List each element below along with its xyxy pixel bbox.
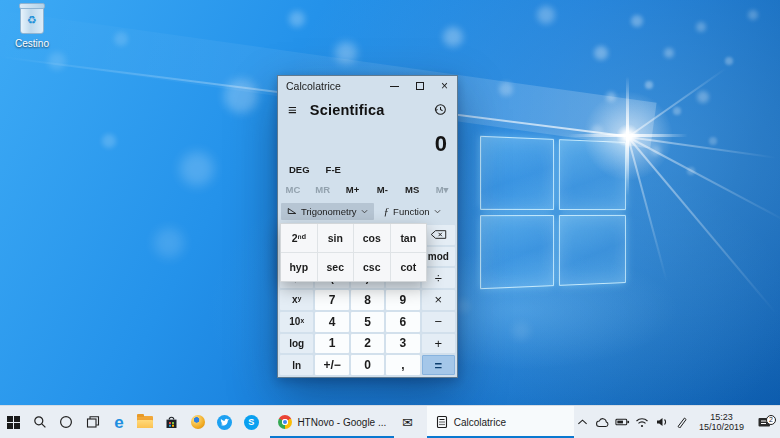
power-button[interactable]: [614, 417, 631, 427]
window-title: Calcolatrice: [286, 80, 382, 92]
volume-button[interactable]: [654, 416, 671, 428]
calculator-window: Calcolatrice × ≡ Scientifica 0 DEG F-E M…: [277, 75, 458, 378]
skype-icon: S: [244, 415, 259, 430]
ln-key[interactable]: ln: [280, 355, 313, 375]
ten-power-x-key[interactable]: 10ˣ: [280, 312, 313, 332]
taskbar-window-calculator[interactable]: Calcolatrice: [427, 406, 574, 438]
trigonometry-dropdown[interactable]: Trigonometry: [281, 203, 374, 220]
recycle-symbol-icon: ♻: [27, 15, 37, 26]
chevron-down-icon: [434, 209, 441, 214]
network-button[interactable]: [634, 417, 651, 428]
lens-flare: [583, 91, 673, 181]
microsoft-store-icon: [164, 415, 179, 430]
sec-key[interactable]: sec: [318, 253, 354, 281]
calculator-icon: [435, 415, 449, 429]
memory-recall-button: MR: [308, 184, 338, 195]
sin-key[interactable]: sin: [318, 224, 354, 252]
pinned-app-button[interactable]: [185, 406, 211, 438]
cot-key[interactable]: cot: [391, 253, 427, 281]
digit-5-key[interactable]: 5: [351, 312, 384, 332]
memory-clear-button: MC: [278, 184, 308, 195]
pen-icon: [676, 416, 688, 428]
file-explorer-button[interactable]: [132, 406, 158, 438]
recycle-bin-icon: ♻: [20, 6, 44, 34]
windows-logo-pane: [558, 215, 625, 286]
mail-button[interactable]: ✉: [394, 406, 420, 438]
windows-ink-button[interactable]: [674, 416, 691, 428]
cortana-icon: [59, 415, 73, 429]
angle-row: DEG F-E: [278, 159, 457, 179]
recycle-bin-shortcut[interactable]: ♻ Cestino: [6, 6, 58, 49]
edge-button[interactable]: e: [106, 406, 132, 438]
windows-logo-pane: [480, 136, 554, 210]
speaker-icon: [656, 416, 669, 428]
clock-time: 15:23: [699, 412, 744, 423]
triangle-icon: [287, 207, 297, 215]
calculator-header: ≡ Scientifica: [278, 96, 457, 123]
task-view-button[interactable]: [79, 406, 105, 438]
equals-key[interactable]: =: [422, 355, 455, 375]
taskbar-clock[interactable]: 15:23 15/10/2019: [694, 412, 749, 433]
search-button[interactable]: [26, 406, 52, 438]
function-dropdown[interactable]: ƒ Function: [378, 202, 447, 220]
wifi-icon: [635, 417, 649, 428]
memory-store-button[interactable]: MS: [397, 184, 427, 195]
tan-key[interactable]: tan: [391, 224, 427, 252]
digit-1-key[interactable]: 1: [315, 334, 348, 354]
log-key[interactable]: log: [280, 334, 313, 354]
subtract-key[interactable]: −: [422, 312, 455, 332]
fe-button[interactable]: F-E: [326, 164, 341, 175]
chrome-icon: [278, 415, 292, 429]
file-explorer-icon: [137, 416, 153, 428]
menu-icon[interactable]: ≡: [288, 101, 297, 118]
digit-9-key[interactable]: 9: [386, 290, 419, 310]
history-button[interactable]: [434, 103, 447, 116]
start-button[interactable]: [0, 406, 26, 438]
memory-subtract-button[interactable]: M-: [367, 184, 397, 195]
desktop: ♻ Cestino Calcolatrice × ≡ Scientifica 0…: [0, 0, 780, 438]
second-function-key[interactable]: 2ⁿᵈ: [281, 224, 317, 252]
hyp-key[interactable]: hyp: [281, 253, 317, 281]
windows-start-icon: [7, 416, 20, 429]
bokeh-lights: [0, 0, 2, 2]
x-power-y-key[interactable]: xʸ: [280, 290, 313, 310]
close-button[interactable]: ×: [432, 76, 457, 96]
deg-button[interactable]: DEG: [289, 164, 310, 175]
add-key[interactable]: +: [422, 334, 455, 354]
skype-button[interactable]: S: [238, 406, 264, 438]
cloud-icon: [595, 417, 610, 428]
cos-key[interactable]: cos: [354, 224, 390, 252]
memory-add-button[interactable]: M+: [338, 184, 368, 195]
digit-2-key[interactable]: 2: [351, 334, 384, 354]
microsoft-store-button[interactable]: [159, 406, 185, 438]
negate-key[interactable]: +/−: [315, 355, 348, 375]
maximize-button[interactable]: [407, 76, 432, 96]
digit-6-key[interactable]: 6: [386, 312, 419, 332]
action-center-button[interactable]: 2: [752, 416, 776, 429]
task-view-icon: [86, 415, 100, 429]
digit-4-key[interactable]: 4: [315, 312, 348, 332]
multiply-key[interactable]: ×: [422, 290, 455, 310]
digit-3-key[interactable]: 3: [386, 334, 419, 354]
function-icon: ƒ: [384, 205, 390, 217]
digit-0-key[interactable]: 0: [351, 355, 384, 375]
onedrive-button[interactable]: [594, 417, 611, 428]
minimize-button[interactable]: [382, 76, 407, 96]
digit-8-key[interactable]: 8: [351, 290, 384, 310]
trigonometry-flyout: 2ⁿᵈ sin cos tan hyp sec csc cot: [280, 223, 427, 282]
windows-logo-pane: [480, 215, 554, 289]
mail-icon: ✉: [402, 416, 413, 429]
digit-7-key[interactable]: 7: [315, 290, 348, 310]
decimal-key[interactable]: ,: [386, 355, 419, 375]
cortana-button[interactable]: [53, 406, 79, 438]
tray-overflow-button[interactable]: [574, 418, 591, 426]
recycle-bin-label: Cestino: [6, 38, 58, 49]
twitter-button[interactable]: [212, 406, 238, 438]
trigonometry-label: Trigonometry: [301, 206, 357, 217]
title-bar[interactable]: Calcolatrice ×: [278, 76, 457, 96]
minimize-icon: [390, 86, 399, 87]
taskbar-window-chrome[interactable]: HTNovo - Google ...: [270, 406, 394, 438]
csc-key[interactable]: csc: [354, 253, 390, 281]
memory-row: MC MR M+ M- MS M▾: [278, 179, 457, 199]
chevron-up-icon: [577, 418, 588, 426]
